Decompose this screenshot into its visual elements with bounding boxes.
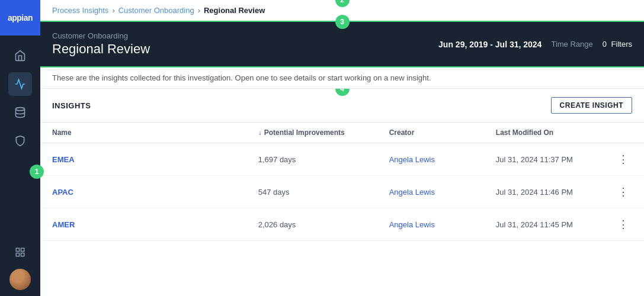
svg-rect-4	[21, 253, 24, 256]
header-right: Jun 29, 2019 - Jul 31, 2024 Time Range 0…	[438, 40, 632, 49]
page-title-block: Customer Onboarding Regional Review	[52, 31, 150, 57]
breadcrumb-sep-1: ›	[112, 6, 114, 15]
insights-table: Name ↓Potential Improvements Creator Las…	[40, 123, 644, 241]
insight-creator-cell: Angela Lewis	[377, 143, 484, 176]
user-avatar[interactable]	[9, 269, 31, 290]
appian-logo[interactable]: appian	[0, 0, 40, 36]
insight-improvements-cell: 2,026 days	[246, 208, 377, 241]
main-content: Process Insights › Customer Onboarding ›…	[40, 0, 644, 296]
creator-link[interactable]: Angela Lewis	[389, 188, 435, 197]
breadcrumb-regional-review: Regional Review	[204, 6, 265, 15]
table-row: APAC 547 days Angela Lewis Jul 31, 2024 …	[40, 176, 644, 208]
svg-rect-3	[16, 253, 19, 256]
insight-improvements-cell: 1,697 days	[246, 143, 377, 176]
svg-point-0	[16, 108, 25, 111]
insights-section: INSIGHTS CREATE INSIGHT 4 Name ↓Potentia…	[40, 89, 644, 296]
col-header-name: Name	[40, 123, 246, 143]
insight-name-link[interactable]: AMER	[52, 220, 75, 229]
step-3-badge: 3	[335, 15, 350, 29]
table-row: AMER 2,026 days Angela Lewis Jul 31, 202…	[40, 208, 644, 241]
more-options-button[interactable]: ⋮	[614, 152, 632, 167]
breadcrumb-sep-2: ›	[198, 6, 200, 15]
database-nav-item[interactable]	[8, 101, 32, 124]
insight-actions-cell: ⋮	[603, 143, 644, 176]
insights-section-title: INSIGHTS	[52, 101, 91, 110]
col-header-actions	[603, 123, 644, 143]
insights-header: INSIGHTS CREATE INSIGHT 4	[40, 89, 644, 123]
svg-rect-1	[16, 248, 19, 251]
sidebar-bottom	[8, 238, 32, 296]
step-2-badge: 2	[335, 0, 350, 7]
date-range: Jun 29, 2019 - Jul 31, 2024	[438, 40, 542, 49]
insight-name-cell: AMER	[40, 208, 246, 241]
creator-link[interactable]: Angela Lewis	[389, 220, 435, 229]
insight-creator-cell: Angela Lewis	[377, 176, 484, 208]
sort-icon: ↓	[258, 128, 262, 137]
insight-modified-cell: Jul 31, 2024 11:46 PM	[484, 176, 603, 208]
insight-name-link[interactable]: EMEA	[52, 155, 75, 164]
time-range-label: Time Range	[551, 40, 592, 49]
insight-modified-cell: Jul 31, 2024 11:37 PM	[484, 143, 603, 176]
creator-link[interactable]: Angela Lewis	[389, 155, 435, 164]
col-header-creator: Creator	[377, 123, 484, 143]
page-header: Customer Onboarding Regional Review Jun …	[40, 22, 644, 67]
insight-actions-cell: ⋮	[603, 208, 644, 241]
page-subtitle: Customer Onboarding	[52, 31, 150, 40]
more-options-button[interactable]: ⋮	[614, 217, 632, 232]
col-header-improvements[interactable]: ↓Potential Improvements	[246, 123, 377, 143]
step-4-badge: 4	[335, 89, 350, 96]
filters-count: 0 Filters	[603, 40, 632, 49]
insight-improvements-cell: 547 days	[246, 176, 377, 208]
shield-nav-item[interactable]	[8, 129, 32, 153]
home-nav-item[interactable]	[8, 44, 32, 67]
insight-creator-cell: Angela Lewis	[377, 208, 484, 241]
breadcrumb-process-insights[interactable]: Process Insights	[52, 6, 108, 15]
insight-modified-cell: Jul 31, 2024 11:45 PM	[484, 208, 603, 241]
grid-nav-item[interactable]	[8, 240, 32, 264]
insight-name-cell: APAC	[40, 176, 246, 208]
create-insight-button[interactable]: CREATE INSIGHT	[551, 97, 632, 114]
insight-actions-cell: ⋮	[603, 176, 644, 208]
breadcrumb-customer-onboarding[interactable]: Customer Onboarding	[118, 6, 194, 15]
svg-rect-2	[21, 248, 24, 251]
table-row: EMEA 1,697 days Angela Lewis Jul 31, 202…	[40, 143, 644, 176]
col-header-modified: Last Modified On	[484, 123, 603, 143]
step-1-badge: 1	[30, 165, 44, 179]
table-header-row: Name ↓Potential Improvements Creator Las…	[40, 123, 644, 143]
insight-name-link[interactable]: APAC	[52, 188, 73, 197]
info-bar: These are the insights collected for thi…	[40, 67, 644, 89]
page-title: Regional Review	[52, 41, 150, 57]
process-insights-nav-item[interactable]	[8, 72, 32, 96]
sidebar: appian	[0, 0, 40, 296]
more-options-button[interactable]: ⋮	[614, 184, 632, 200]
insight-name-cell: EMEA	[40, 143, 246, 176]
